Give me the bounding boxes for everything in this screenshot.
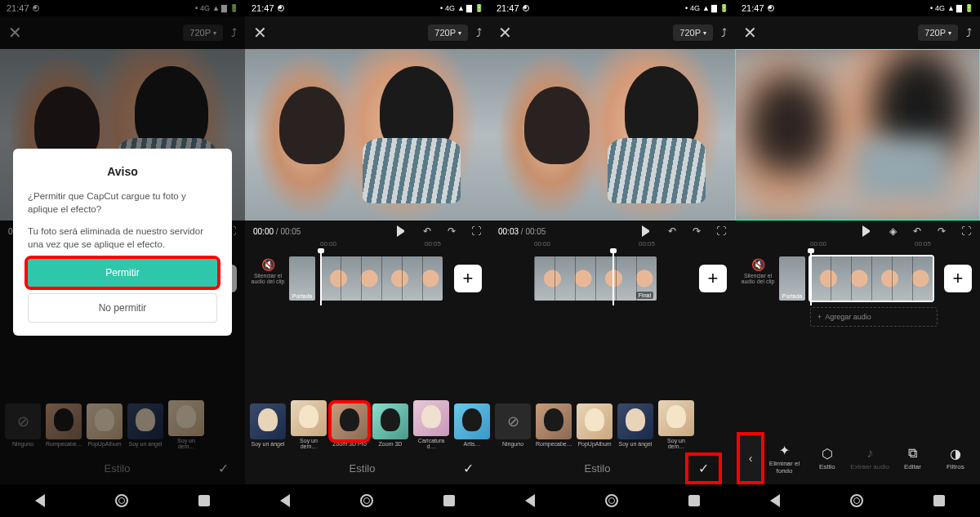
tool-back-button[interactable]: ‹ — [740, 435, 761, 481]
style-item[interactable]: Artis… — [454, 403, 490, 447]
cover-thumb[interactable]: Portada — [289, 256, 315, 301]
tool-filters[interactable]: ◑Filtros — [936, 446, 975, 470]
nav-back-icon[interactable] — [770, 494, 780, 507]
style-thumb[interactable] — [372, 403, 408, 439]
nav-recent-icon[interactable] — [688, 495, 700, 506]
nav-recent-icon[interactable] — [443, 495, 455, 506]
nav-recent-icon[interactable] — [933, 495, 945, 506]
style-item[interactable]: Zoom 3D Pro — [332, 403, 368, 447]
style-item-label: Caricatura d… — [413, 438, 449, 449]
style-item[interactable]: Caricatura d… — [413, 400, 449, 449]
timeline[interactable]: 00:0000:05 🔇Silenciar el audio del clip … — [735, 238, 980, 432]
fullscreen-icon[interactable]: ⛶ — [470, 225, 482, 237]
export-icon[interactable]: ⤴ — [476, 26, 482, 39]
clip-strip[interactable]: Final — [534, 256, 657, 301]
play-icon[interactable] — [397, 225, 408, 237]
style-item[interactable]: Soy un dem… — [658, 400, 694, 449]
close-icon[interactable]: ✕ — [253, 23, 267, 42]
style-item-label: Soy un ángel — [617, 441, 653, 447]
style-strip-2[interactable]: Soy un ángelSoy un dem…Zoom 3D ProZoom 3… — [245, 398, 490, 452]
timeline[interactable]: 00:0000:05 Final + — [490, 238, 735, 398]
add-audio-button[interactable]: + Agregar audio — [810, 307, 938, 327]
confirm-check-icon[interactable]: ✓ — [463, 461, 474, 476]
style-item[interactable]: Soy un dem… — [291, 400, 327, 449]
confirm-check-icon[interactable]: ✓ — [688, 456, 719, 481]
resolution-button[interactable]: 720P — [673, 25, 713, 41]
add-clip-button[interactable]: + — [454, 265, 482, 292]
export-icon[interactable]: ⤴ — [966, 26, 972, 39]
nav-back-icon[interactable] — [280, 494, 290, 507]
fullscreen-icon[interactable]: ⛶ — [715, 225, 727, 237]
redo-icon[interactable]: ↷ — [446, 225, 457, 237]
style-thumb[interactable] — [617, 403, 653, 439]
playhead[interactable] — [320, 252, 322, 305]
resolution-button[interactable]: 720P — [918, 25, 958, 41]
screen-4: 21:47 •4G ▲ ▇ 🔋 ✕ 720P ⤴ ◈ ↶ ↷ ⛶ 00:0000… — [735, 0, 980, 517]
play-icon[interactable] — [862, 225, 874, 237]
dialog-scrim: Aviso ¿Permitir que CapCut cargue tu fot… — [0, 0, 245, 484]
screen-3: 21:47 •4G ▲ ▇ 🔋 ✕ 720P ⤴ 00:03 / 00:05 ↶… — [490, 0, 735, 517]
nav-home-icon[interactable] — [850, 494, 863, 507]
export-icon[interactable]: ⤴ — [721, 26, 727, 39]
style-item[interactable]: ⊘Ninguno — [495, 403, 531, 447]
tool-edit[interactable]: ⧉Editar — [893, 446, 932, 470]
playhead[interactable] — [612, 252, 614, 305]
nav-home-icon[interactable] — [360, 494, 373, 507]
tool-extract-audio[interactable]: ♪Extraer audio — [850, 446, 889, 470]
undo-icon[interactable]: ↶ — [666, 225, 678, 237]
style-thumb[interactable] — [332, 403, 368, 439]
timeline[interactable]: 00:0000:05 🔇Silenciar el audio del clip … — [245, 238, 490, 398]
style-item[interactable]: PopUpAlbum — [577, 403, 612, 447]
video-preview[interactable] — [245, 49, 490, 221]
style-item-label: Zoom 3D Pro — [332, 441, 368, 447]
video-preview[interactable] — [735, 49, 980, 221]
keyframe-icon[interactable]: ◈ — [887, 225, 898, 237]
nav-recent-icon[interactable] — [198, 495, 210, 506]
permit-button[interactable]: Permitir — [28, 259, 217, 287]
deny-button[interactable]: No permitir — [28, 293, 217, 323]
nav-home-icon[interactable] — [605, 494, 618, 507]
clip-strip[interactable] — [320, 256, 443, 301]
style-strip-3[interactable]: ⊘NingunoRompecabe…PopUpAlbumSoy un ángel… — [490, 398, 735, 452]
fullscreen-icon[interactable]: ⛶ — [960, 225, 972, 237]
close-icon[interactable]: ✕ — [743, 23, 757, 42]
style-item[interactable]: Soy un ángel — [617, 403, 653, 447]
dialog-body-2: Tu foto será eliminada de nuestro servid… — [28, 225, 217, 251]
style-item[interactable]: Soy un ángel — [250, 403, 286, 447]
nav-back-icon[interactable] — [525, 494, 535, 507]
close-icon[interactable]: ✕ — [498, 23, 512, 42]
tool-style[interactable]: ⬡Estilo — [808, 446, 847, 470]
nav-back-icon[interactable] — [35, 494, 45, 507]
clip-strip[interactable] — [810, 256, 933, 301]
video-preview[interactable] — [490, 49, 735, 221]
undo-icon[interactable]: ↶ — [421, 225, 433, 237]
nav-home-icon[interactable] — [115, 494, 128, 507]
play-icon[interactable] — [642, 225, 653, 237]
style-item-label: Soy un dem… — [658, 438, 694, 449]
style-item[interactable]: Zoom 3D — [372, 403, 408, 447]
style-thumb[interactable] — [536, 403, 572, 439]
style-thumb[interactable] — [413, 400, 449, 436]
style-item[interactable]: Rompecabe… — [536, 403, 572, 447]
style-thumb[interactable] — [291, 400, 327, 436]
cover-thumb[interactable]: Portada — [779, 256, 805, 301]
playhead[interactable] — [810, 252, 812, 305]
undo-icon[interactable]: ↶ — [911, 225, 923, 237]
style-thumb[interactable] — [454, 403, 490, 439]
redo-icon[interactable]: ↷ — [691, 225, 702, 237]
style-item-label: Ninguno — [495, 441, 531, 447]
silence-button[interactable]: 🔇Silenciar el audio del clip — [250, 258, 286, 284]
tool-strip: ‹ ✦Eliminar el fondo ⬡Estilo ♪Extraer au… — [735, 432, 980, 484]
redo-icon[interactable]: ↷ — [936, 225, 947, 237]
dialog-body-1: ¿Permitir que CapCut cargue tu foto y ap… — [28, 189, 217, 216]
dialog-title: Aviso — [28, 165, 217, 178]
add-clip-button[interactable]: + — [944, 265, 972, 292]
style-thumb[interactable]: ⊘ — [495, 403, 531, 439]
style-thumb[interactable] — [250, 403, 286, 439]
tool-remove-bg[interactable]: ✦Eliminar el fondo — [764, 443, 804, 475]
style-thumb[interactable] — [577, 403, 612, 439]
add-clip-button[interactable]: + — [699, 265, 727, 292]
resolution-button[interactable]: 720P — [428, 25, 468, 41]
silence-button[interactable]: 🔇Silenciar el audio del clip — [740, 258, 776, 284]
style-thumb[interactable] — [658, 400, 694, 436]
